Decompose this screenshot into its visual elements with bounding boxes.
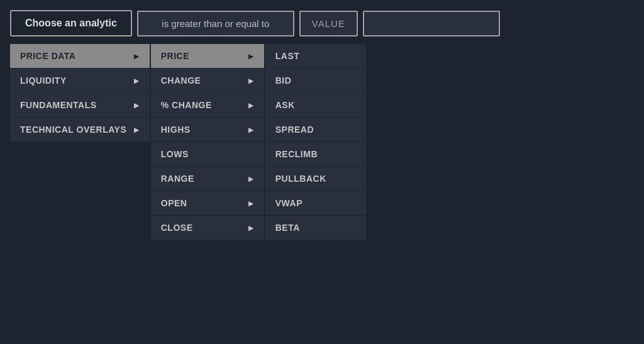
third-item-bid[interactable]: BID <box>265 69 366 93</box>
sub-menu-item-lows[interactable]: LOWS <box>151 142 264 167</box>
sub-menu-item-highs[interactable]: HIGHS ▶ <box>151 118 264 142</box>
menu-item-fundamentals[interactable]: FUNDAMENTALS ▶ <box>10 93 150 118</box>
arrow-icon: ▶ <box>248 126 254 133</box>
third-item-beta[interactable]: BETA <box>265 216 366 240</box>
dropdown-container: PRICE DATA ▶ LIQUIDITY ▶ FUNDAMENTALS ▶ … <box>10 44 366 240</box>
menu-item-liquidity[interactable]: LIQUIDITY ▶ <box>10 69 150 93</box>
arrow-icon: ▶ <box>134 126 140 133</box>
sub-menu-item-open[interactable]: OPEN ▶ <box>151 191 264 216</box>
arrow-icon: ▶ <box>248 225 254 231</box>
top-bar: Choose an analytic is greater than or eq… <box>10 10 634 36</box>
arrow-icon: ▶ <box>248 200 254 207</box>
third-item-reclimb[interactable]: RECLIMB <box>265 142 366 167</box>
arrow-icon: ▶ <box>134 102 140 109</box>
menu-item-price-data[interactable]: PRICE DATA ▶ <box>10 44 150 69</box>
menu-item-technical-overlays[interactable]: TECHNICAL OVERLAYS ▶ <box>10 118 150 142</box>
third-item-spread[interactable]: SPREAD <box>265 118 366 142</box>
sub-menu-item-pct-change[interactable]: % CHANGE ▶ <box>151 93 264 118</box>
arrow-icon: ▶ <box>248 77 254 84</box>
third-item-pullback[interactable]: PULLBACK <box>265 167 366 191</box>
condition-button[interactable]: is greater than or equal to <box>137 11 294 36</box>
sub-menu-item-range[interactable]: RANGE ▶ <box>151 167 264 191</box>
sub-menu-item-price[interactable]: PRICE ▶ <box>151 44 264 69</box>
arrow-icon: ▶ <box>248 175 254 182</box>
arrow-icon: ▶ <box>248 102 254 109</box>
choose-analytic-button[interactable]: Choose an analytic <box>10 10 132 36</box>
third-item-vwap[interactable]: VWAP <box>265 191 366 216</box>
arrow-icon: ▶ <box>248 53 254 60</box>
value-button[interactable]: VALUE <box>299 11 358 36</box>
main-menu-column: PRICE DATA ▶ LIQUIDITY ▶ FUNDAMENTALS ▶ … <box>10 44 150 142</box>
sub-menu-item-change[interactable]: CHANGE ▶ <box>151 69 264 93</box>
arrow-icon: ▶ <box>134 77 140 84</box>
third-item-last[interactable]: LAST <box>265 44 366 69</box>
arrow-icon: ▶ <box>134 53 140 60</box>
third-item-ask[interactable]: ASK <box>265 93 366 118</box>
sub-menu-item-close[interactable]: CLOSE ▶ <box>151 216 264 240</box>
value-input[interactable] <box>363 11 500 36</box>
sub-menu-column: PRICE ▶ CHANGE ▶ % CHANGE ▶ HIGHS ▶ LOWS… <box>151 44 264 240</box>
third-column: LAST BID ASK SPREAD RECLIMB PULLBACK VWA… <box>265 44 366 240</box>
